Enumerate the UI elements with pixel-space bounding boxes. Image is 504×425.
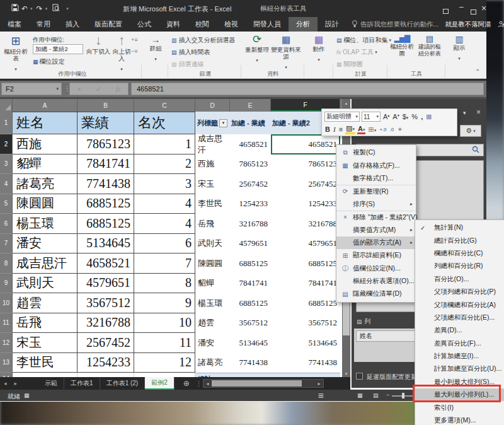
context-menu-item[interactable]: 樞紐分析表選項(O)... — [336, 275, 416, 288]
pivot-cell-name[interactable]: 成吉思汗 — [195, 134, 230, 154]
pivot-cell-value1[interactable]: 7865123 — [230, 154, 271, 175]
cell-perf[interactable]: 6885125 — [77, 194, 134, 214]
submenu-item[interactable]: 總計百分比(G) — [415, 234, 504, 247]
macro-record-icon[interactable]: ▦ — [24, 392, 30, 399]
row-header[interactable]: 2 — [0, 134, 13, 154]
pivot-cell-value1[interactable]: 6885125 — [230, 253, 271, 274]
pivot-cell-name[interactable]: 西施 — [195, 154, 230, 175]
pivot-cell-name[interactable]: 趙雲 — [195, 313, 230, 334]
row-labels-filter-dropdown[interactable]: ▾ — [219, 119, 227, 127]
cell-perf[interactable]: 7865123 — [77, 134, 134, 154]
pivot-cell-value1[interactable]: 2567452 — [230, 174, 271, 194]
collapse-field-button[interactable]: −≡ — [131, 48, 138, 54]
sheet-tab[interactable]: 範例2 — [145, 377, 175, 390]
borders-button[interactable]: ⊞▾ — [367, 125, 377, 134]
cell-rank[interactable]: 12 — [134, 353, 195, 373]
drill-down-button[interactable]: ↓ 向下切入 — [86, 33, 111, 55]
tell-me-box[interactable]: 告訴我您想要執行的動作... — [360, 20, 438, 29]
redo-caret-icon[interactable]: ▾ — [45, 6, 48, 11]
grid-view-icon[interactable]: ⊞ — [318, 392, 323, 399]
row-header-1[interactable]: 1 — [0, 112, 13, 134]
pivot-cell-value1[interactable]: 4579651 — [230, 234, 271, 254]
submenu-item[interactable]: 列總和百分比(R) — [415, 260, 504, 272]
row-header-14[interactable]: 14 — [0, 373, 13, 377]
filter-connections-button[interactable]: ▧篩選連線 — [171, 60, 204, 69]
undo-caret-icon[interactable]: ▾ — [30, 6, 33, 11]
column-header-d[interactable]: D — [195, 99, 230, 112]
cell-name[interactable]: 成吉思汗 — [13, 253, 77, 274]
cell-name[interactable]: 陳圓圓 — [13, 194, 77, 214]
pivot-cell-name[interactable]: 李世民 — [195, 194, 230, 214]
scroll-up-icon[interactable]: ▴ — [342, 99, 350, 107]
cell-name[interactable]: 諸葛亮 — [13, 174, 77, 194]
submenu-item[interactable]: 索引(I) — [415, 401, 504, 414]
drill-up-button[interactable]: ↑ 向上切入 ▾ — [112, 33, 131, 73]
pivot-cell-name[interactable]: 宋玉 — [195, 174, 230, 194]
merge-center-button[interactable]: ⊞ — [425, 113, 432, 121]
cell-name[interactable]: 西施 — [13, 134, 77, 154]
show-button[interactable]: ▥ 顯示 ▾ — [449, 34, 470, 62]
cell-b14[interactable] — [77, 373, 134, 377]
insert-timeline-button[interactable]: ▤插入時間表 — [171, 48, 210, 57]
minimize-button[interactable]: – — [459, 3, 464, 11]
pivot-cell-value2[interactable]: 6885125 — [271, 253, 340, 274]
insert-slicer-button[interactable]: ▥插入交叉分析篩選器 — [171, 36, 236, 45]
cell-name[interactable]: 岳飛 — [13, 313, 77, 334]
submenu-item[interactable]: 父項總和百分比(E)... — [415, 311, 504, 324]
olap-tools-button[interactable]: fxOLAP 工具▾ — [336, 48, 377, 57]
row-header[interactable]: 5 — [0, 194, 13, 214]
sheet-tab[interactable]: 工作表1 (2) — [100, 378, 146, 389]
context-menu-item[interactable]: 摘要值方式(M) ▸ — [336, 223, 416, 236]
column-header-b[interactable]: B — [77, 99, 134, 112]
cell-rank[interactable]: 6 — [134, 234, 195, 254]
collapse-ribbon-button[interactable]: ⌃ — [475, 68, 480, 75]
context-menu-item[interactable]: 數字格式(T)... — [336, 172, 416, 185]
pivot-cell-name[interactable]: 貂蟬 — [195, 274, 230, 294]
decrease-decimal-button[interactable]: .0 — [389, 127, 395, 132]
cell-perf[interactable]: 1254233 — [77, 353, 134, 373]
pivot-cell-value2[interactable]: 7865123 — [271, 154, 340, 175]
ribbon-tab[interactable]: 版面配置 — [87, 17, 130, 32]
sheet-nav-left-icon[interactable]: ◂ — [0, 380, 11, 387]
column-header-e[interactable]: E — [230, 99, 271, 112]
increase-decimal-button[interactable]: +.0 — [379, 127, 387, 132]
save-icon[interactable] — [11, 4, 19, 13]
cell-d1-row-labels[interactable]: 列標籤▾ — [195, 112, 230, 134]
column-header-c[interactable]: C — [134, 99, 195, 112]
pivotchart-button[interactable]: ▂▅▇ 樞紐分析圖 — [389, 34, 415, 57]
row-header[interactable]: 10 — [0, 293, 13, 313]
pivot-cell-value1[interactable]: 7741438 — [230, 353, 271, 373]
sheet-tab[interactable]: 工作表1 — [64, 378, 100, 389]
ribbon-tab[interactable]: 插入 — [58, 17, 87, 32]
submenu-item[interactable]: 更多選項(M)... — [415, 414, 504, 425]
font-color-button[interactable]: A▾ — [357, 125, 365, 134]
undo-button[interactable]: ↶ — [21, 4, 28, 13]
cancel-formula-icon[interactable]: × — [77, 85, 81, 93]
submenu-item[interactable]: 父項列總和百分比(P) — [415, 286, 504, 298]
cell-rank[interactable]: 3 — [134, 174, 195, 194]
pivot-cell-value1[interactable]: 5134645 — [230, 333, 271, 353]
pivot-cell-value2[interactable]: 4658521 — [271, 134, 340, 154]
ribbon-tab[interactable]: 常用 — [29, 17, 58, 32]
pivot-total-value1[interactable]: 62197354 — [230, 373, 271, 377]
bold-button[interactable]: B — [324, 125, 331, 133]
row-header[interactable]: 12 — [0, 333, 13, 353]
print-preview-icon[interactable] — [52, 4, 60, 13]
cell-perf[interactable]: 4579651 — [77, 274, 134, 294]
new-sheet-button[interactable]: ⊕ — [183, 379, 190, 388]
redo-button[interactable]: ↷ — [37, 4, 43, 13]
submenu-item[interactable]: 差異百分比(F)... — [415, 337, 504, 350]
cell-name[interactable]: 趙雲 — [13, 293, 77, 313]
row-header[interactable]: 6 — [0, 214, 13, 234]
pivot-cell-value2[interactable]: 6885125 — [271, 293, 340, 313]
ribbon-display-options-button[interactable] — [443, 5, 449, 16]
cell-perf[interactable]: 5134645 — [77, 234, 134, 254]
pivot-total-label[interactable]: 總計 — [195, 373, 230, 377]
cell-rank[interactable]: 7 — [134, 253, 195, 274]
format-painter-icon[interactable]: ✦ — [396, 125, 403, 134]
cell-name[interactable]: 潘安 — [13, 234, 77, 254]
row-header[interactable]: 8 — [0, 253, 13, 274]
recommended-pivottables-button[interactable]: ▤ 建議的樞紐分析表 — [416, 34, 444, 57]
center-align-button[interactable]: ≡ — [338, 125, 343, 133]
relationships-button[interactable]: ▦關聯圖 — [336, 60, 363, 69]
